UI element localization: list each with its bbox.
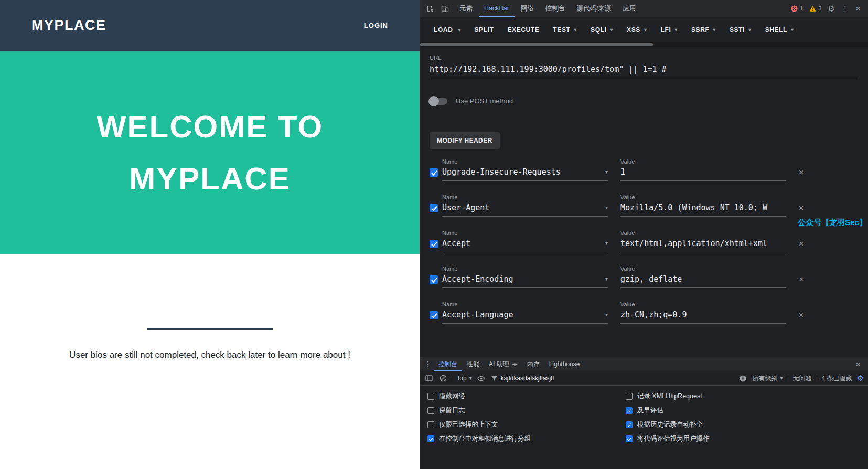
setting-checkbox[interactable] (626, 407, 633, 414)
hackbar-lfi-menu[interactable]: LFI▾ (661, 26, 678, 34)
no-issues-label[interactable]: 无问题 (793, 374, 812, 383)
setting-eager-evaluation[interactable]: 及早评估 (626, 403, 861, 418)
hackbar-ssti-menu[interactable]: SSTI▾ (730, 26, 752, 34)
header-checkbox[interactable] (430, 204, 438, 212)
tab-network[interactable]: 网络 (516, 0, 539, 17)
drawer-tab-ai-assistance[interactable]: AI 助理 (484, 357, 522, 371)
header-checkbox[interactable] (430, 275, 438, 284)
myplace-site: MYPLACE LOGIN WELCOME TO MYPLACE User bi… (0, 0, 420, 469)
post-method-toggle[interactable] (430, 98, 447, 105)
setting-checkbox[interactable] (626, 393, 633, 400)
tabbar-separator (453, 5, 453, 12)
device-toolbar-icon[interactable] (438, 2, 452, 15)
context-selector[interactable]: top ▾ (458, 375, 472, 382)
eye-icon[interactable] (477, 374, 486, 383)
setting-selected-context-only[interactable]: 仅限已选择的上下文 (427, 418, 626, 432)
setting-checkbox[interactable] (427, 435, 434, 442)
watermark-text: 公众号【龙羽Sec】 (798, 218, 867, 228)
setting-group-similar[interactable]: 在控制台中对相似消息进行分组 (427, 432, 626, 446)
drawer-close-icon[interactable]: × (855, 360, 866, 369)
console-sidebar-icon[interactable] (424, 374, 434, 383)
remove-header-icon[interactable]: × (799, 240, 803, 248)
header-checkbox[interactable] (430, 240, 438, 248)
hidden-messages-label[interactable]: 4 条已隐藏 (822, 374, 852, 383)
hackbar-shell-menu[interactable]: SHELL▾ (765, 26, 794, 34)
url-input[interactable] (430, 61, 859, 79)
error-badge[interactable]: 1 (791, 5, 803, 12)
header-value-input[interactable]: 1 (620, 165, 786, 181)
header-value-input[interactable]: zh-CN,zh;q=0.9 (620, 307, 786, 324)
tab-sources[interactable]: 源代码/来源 (571, 0, 616, 17)
header-value-field: Value 1 (620, 158, 786, 181)
header-checkbox[interactable] (430, 311, 438, 319)
devtools-kebab-menu-icon[interactable]: ⋮ (841, 5, 849, 13)
hackbar-execute-button[interactable]: EXECUTE (507, 26, 539, 34)
console-filter-input[interactable] (501, 375, 735, 382)
setting-checkbox[interactable] (427, 393, 434, 400)
tab-application[interactable]: 应用 (617, 0, 641, 17)
chevron-down-icon: ▾ (780, 376, 783, 381)
setting-checkbox[interactable] (427, 407, 434, 414)
header-name-select[interactable]: Accept-Language ▾ (442, 307, 608, 324)
console-settings-gear-icon[interactable]: ⚙ (857, 374, 864, 383)
setting-checkbox[interactable] (626, 435, 633, 442)
hackbar-sqli-menu[interactable]: SQLI▾ (591, 26, 613, 34)
remove-header-icon[interactable]: × (799, 204, 803, 212)
header-value-field: Value text/html,application/xhtml+xml (620, 230, 786, 252)
tab-console[interactable]: 控制台 (540, 0, 571, 17)
header-checkbox[interactable] (430, 168, 438, 177)
header-value-input[interactable]: text/html,application/xhtml+xml (620, 236, 786, 252)
settings-column-right: 记录 XMLHttpRequest 及早评估 根据历史记录自动补全 将代码评估视… (626, 389, 861, 446)
setting-log-xhr[interactable]: 记录 XMLHttpRequest (626, 389, 861, 403)
setting-checkbox[interactable] (626, 421, 633, 428)
error-count: 1 (800, 5, 803, 12)
devtools-close-icon[interactable]: × (855, 4, 861, 13)
header-name-select[interactable]: Accept ▾ (442, 236, 608, 252)
scrollbar-thumb[interactable] (420, 43, 653, 46)
header-name-select[interactable]: User-Agent ▾ (442, 200, 608, 217)
clear-filter-icon[interactable] (738, 374, 748, 383)
devtools-panel: 元素 HackBar 网络 控制台 源代码/来源 应用 1 3 ⚙ ⋮ × (420, 0, 868, 469)
remove-header-icon[interactable]: × (799, 168, 803, 177)
value-label: Value (620, 230, 786, 236)
hero-line-2: MYPLACE (129, 161, 290, 197)
setting-preserve-log[interactable]: 保留日志 (427, 403, 626, 418)
drawer-kebab-menu-icon[interactable]: ⋮ (422, 360, 434, 368)
hackbar-ssrf-menu[interactable]: SSRF▾ (691, 26, 716, 34)
hackbar-xss-menu[interactable]: XSS▾ (627, 26, 647, 34)
login-button[interactable]: LOGIN (364, 22, 388, 29)
drawer-tab-memory[interactable]: 内存 (522, 357, 544, 371)
value-label: Value (620, 265, 786, 272)
tab-elements[interactable]: 元素 (454, 0, 478, 17)
log-levels-dropdown[interactable]: 所有级别 ▾ (753, 374, 783, 383)
header-name-select[interactable]: Accept-Encoding ▾ (442, 272, 608, 288)
clear-console-icon[interactable] (438, 374, 448, 383)
header-value-input[interactable]: Mozilla/5.0 (Windows NT 10.0; W (620, 200, 786, 217)
drawer-tab-console[interactable]: 控制台 (434, 357, 462, 371)
remove-header-icon[interactable]: × (799, 275, 803, 284)
setting-checkbox[interactable] (427, 421, 434, 428)
hackbar-test-menu[interactable]: TEST▾ (553, 26, 577, 34)
warning-badge[interactable]: 3 (809, 5, 821, 12)
header-name-select[interactable]: Upgrade-Insecure-Requests ▾ (442, 165, 608, 181)
site-logo[interactable]: MYPLACE (31, 17, 106, 34)
post-method-row: Use POST method (430, 97, 859, 105)
setting-autocomplete-history[interactable]: 根据历史记录自动补全 (626, 418, 861, 432)
hackbar-split-button[interactable]: SPLIT (474, 26, 494, 34)
name-label: Name (442, 265, 608, 272)
setting-hide-network[interactable]: 隐藏网络 (427, 389, 626, 403)
header-value-input[interactable]: gzip, deflate (620, 272, 786, 288)
hackbar-load-caret-button[interactable]: ▾ (458, 26, 460, 34)
drawer-tab-performance[interactable]: 性能 (462, 357, 484, 371)
tab-hackbar[interactable]: HackBar (479, 0, 515, 17)
hero-line-1: WELCOME TO (97, 109, 323, 145)
drawer-tab-lighthouse[interactable]: Lighthouse (544, 357, 585, 371)
setting-evaluation-user-action[interactable]: 将代码评估视为用户操作 (626, 432, 861, 446)
devtools-settings-gear-icon[interactable]: ⚙ (828, 5, 835, 13)
hackbar-load-button[interactable]: LOAD (434, 26, 453, 34)
remove-header-icon[interactable]: × (799, 311, 803, 319)
section-divider (147, 328, 273, 330)
inspect-element-icon[interactable] (423, 2, 437, 15)
modify-header-button[interactable]: MODIFY HEADER (430, 132, 500, 149)
header-row: Name Accept-Language ▾ Value zh-CN,zh;q=… (430, 301, 859, 324)
